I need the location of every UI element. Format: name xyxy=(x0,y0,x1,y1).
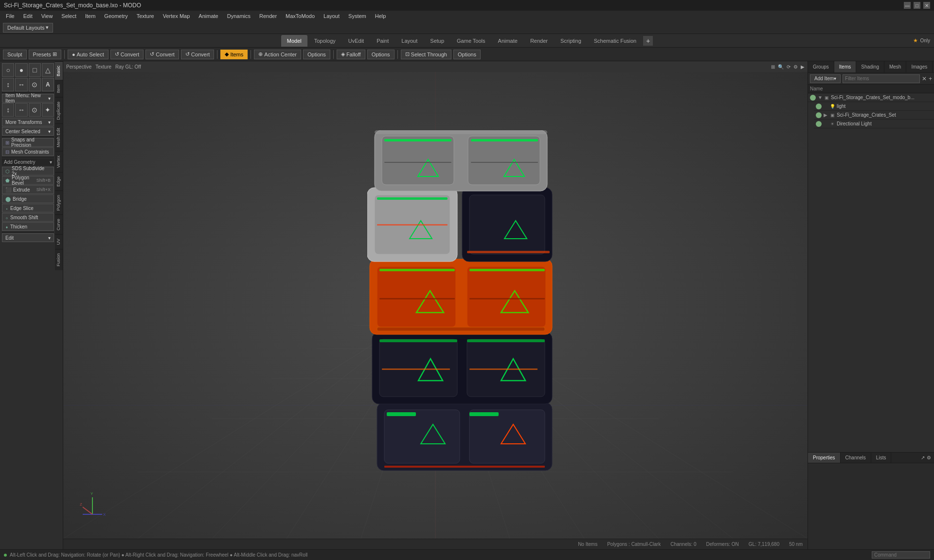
layout-selector[interactable]: Default Layouts ▾ xyxy=(3,23,53,33)
action-center-button[interactable]: ⊕ Action Center xyxy=(254,50,301,59)
side-tab-curve[interactable]: Curve xyxy=(55,214,63,234)
menu-file[interactable]: File xyxy=(2,12,18,20)
transform-scale[interactable]: ↔ xyxy=(15,103,27,117)
tool-dot[interactable]: ● xyxy=(15,63,27,77)
tab-lists[interactable]: Lists xyxy=(871,453,892,463)
items-list-item[interactable]: ▶ ▣ Sci-Fi_Storage_Crates_Set xyxy=(814,111,934,120)
menu-help[interactable]: Help xyxy=(371,12,390,20)
menu-animate[interactable]: Animate xyxy=(195,12,222,20)
presets-button[interactable]: Presets ⊞ xyxy=(29,50,61,59)
mesh-constraints-button[interactable]: ⊟ Mesh Constraints xyxy=(2,147,54,156)
transform-rotate[interactable]: ⊙ xyxy=(29,103,41,117)
convert-button-1[interactable]: ↺ Convert xyxy=(110,50,144,59)
tab-layout[interactable]: Layout xyxy=(395,35,423,47)
add-item-button[interactable]: Add Item ▾ xyxy=(810,74,841,83)
items-list-item[interactable]: ▼ ▣ Sci-Fi_Storage_Crates_Set_modo_b... xyxy=(808,93,934,102)
menu-item[interactable]: Item xyxy=(81,12,99,20)
action-options-button[interactable]: Options xyxy=(303,50,330,59)
tab-images[interactable]: Images xyxy=(906,61,933,72)
sculpt-button[interactable]: Sculpt xyxy=(3,50,27,59)
falloff-button[interactable]: ◈ Falloff xyxy=(337,50,365,59)
more-transforms-button[interactable]: More Transforms ▾ xyxy=(2,118,54,126)
side-tab-vertex[interactable]: Vertex xyxy=(55,151,63,172)
tool-square[interactable]: □ xyxy=(29,63,41,77)
items-list-item[interactable]: 💡 light xyxy=(814,102,934,111)
extrude-button[interactable]: ⬛ Extrude Shift+X xyxy=(2,185,54,194)
filter-items-input[interactable] xyxy=(843,74,920,83)
menu-dynamics[interactable]: Dynamics xyxy=(223,12,254,20)
viewport-icon-play[interactable]: ▶ xyxy=(801,64,805,70)
menu-view[interactable]: View xyxy=(37,12,57,20)
menu-geometry[interactable]: Geometry xyxy=(100,12,131,20)
tab-mesh[interactable]: Mesh xyxy=(884,61,906,72)
menu-render[interactable]: Render xyxy=(255,12,281,20)
side-tab-mesh-edit[interactable]: Mesh Edit xyxy=(55,123,63,151)
add-geometry-section[interactable]: Add Geometry ▾ xyxy=(2,158,54,166)
items-list-item[interactable]: ☀ Directional Light xyxy=(814,120,934,128)
side-tab-edge[interactable]: Edge xyxy=(55,172,63,191)
tab-model[interactable]: Model xyxy=(281,35,307,47)
falloff-options-button[interactable]: Options xyxy=(367,50,395,59)
tab-render[interactable]: Render xyxy=(524,35,554,47)
tab-add-button[interactable]: + xyxy=(643,36,653,46)
viewport-icon-grid[interactable]: ⊞ xyxy=(771,64,775,70)
close-button[interactable]: ✕ xyxy=(923,2,930,9)
snaps-precision-button[interactable]: ⊞ Snaps and Precision xyxy=(2,138,54,147)
convert-button-2[interactable]: ↺ Convert xyxy=(145,50,179,59)
new-item-button[interactable]: Item Menu: New Item ▾ xyxy=(2,94,54,103)
bridge-button[interactable]: ⬤ Bridge xyxy=(2,194,54,203)
tool-vertical[interactable]: ↕ xyxy=(2,78,14,91)
transform-move[interactable]: ↕ xyxy=(2,103,14,117)
menu-select[interactable]: Select xyxy=(57,12,80,20)
tab-schematic[interactable]: Schematic Fusion xyxy=(588,35,642,47)
convert-button-3[interactable]: ↺ Convert xyxy=(181,50,215,59)
viewport-canvas[interactable]: Y X Z xyxy=(63,72,808,539)
tool-circle[interactable]: ○ xyxy=(2,63,14,77)
selectthrough-button[interactable]: ⊡ Select Through xyxy=(401,50,451,59)
viewport-icon-settings[interactable]: ⚙ xyxy=(793,64,798,70)
menu-texture[interactable]: Texture xyxy=(133,12,158,20)
menu-layout[interactable]: Layout xyxy=(320,12,343,20)
viewport-icon-rotate[interactable]: ⟳ xyxy=(787,64,790,70)
side-tab-uv[interactable]: UV xyxy=(55,234,63,249)
tab-topology[interactable]: Topology xyxy=(308,35,341,47)
menu-system[interactable]: System xyxy=(344,12,370,20)
tab-paint[interactable]: Paint xyxy=(371,35,395,47)
side-tab-fusion[interactable]: Fusion xyxy=(55,249,63,270)
tool-triangle[interactable]: △ xyxy=(42,63,54,77)
thicken-button[interactable]: ⬧ Thicken xyxy=(2,222,54,231)
edge-slice-button[interactable]: ⬩ Edge Slice xyxy=(2,204,54,212)
filter-clear-button[interactable]: ✕ xyxy=(922,75,927,82)
side-tab-item[interactable]: Item xyxy=(55,80,63,97)
edit-button[interactable]: Edit ▾ xyxy=(2,233,54,242)
tab-items[interactable]: Items xyxy=(834,61,856,72)
tab-groups[interactable]: Groups xyxy=(808,61,834,72)
minimize-button[interactable]: — xyxy=(904,2,911,9)
tool-horizontal[interactable]: ↔ xyxy=(15,78,27,91)
tab-setup[interactable]: Setup xyxy=(424,35,450,47)
autoselect-button[interactable]: ● Auto Select xyxy=(68,50,108,59)
tab-gametools[interactable]: Game Tools xyxy=(451,35,491,47)
tab-animate[interactable]: Animate xyxy=(492,35,523,47)
tool-rotate[interactable]: ⊙ xyxy=(29,78,41,91)
expand-icon[interactable]: ↗ xyxy=(921,455,925,460)
transform-extra[interactable]: ✦ xyxy=(42,103,54,117)
menu-edit[interactable]: Edit xyxy=(19,12,36,20)
tab-scripting[interactable]: Scripting xyxy=(555,35,587,47)
tool-text[interactable]: A xyxy=(42,78,54,91)
side-tab-duplicate[interactable]: Duplicate xyxy=(55,97,63,124)
menu-vertexmap[interactable]: Vertex Map xyxy=(159,12,194,20)
menu-maxtomodo[interactable]: MaxToModo xyxy=(282,12,319,20)
side-tab-polygon[interactable]: Polygon xyxy=(55,191,63,215)
maximize-button[interactable]: □ xyxy=(914,2,920,9)
smooth-shift-button[interactable]: ⬦ Smooth Shift xyxy=(2,213,54,222)
selectthrough-options-button[interactable]: Options xyxy=(453,50,481,59)
settings-icon[interactable]: ⚙ xyxy=(927,455,931,460)
polygon-bevel-button[interactable]: ⬟ Polygon Bevel Shift+B xyxy=(2,176,54,185)
center-selected-button[interactable]: Center Selected ▾ xyxy=(2,127,54,136)
command-input[interactable] xyxy=(872,551,930,559)
tab-uvedit[interactable]: UvEdit xyxy=(342,35,370,47)
viewport-icon-zoom[interactable]: 🔍 xyxy=(778,64,784,70)
items-add-icon-button[interactable]: + xyxy=(929,75,932,82)
sds-subdivide-button[interactable]: ⬡ SDS Subdivide 2x xyxy=(2,167,54,175)
